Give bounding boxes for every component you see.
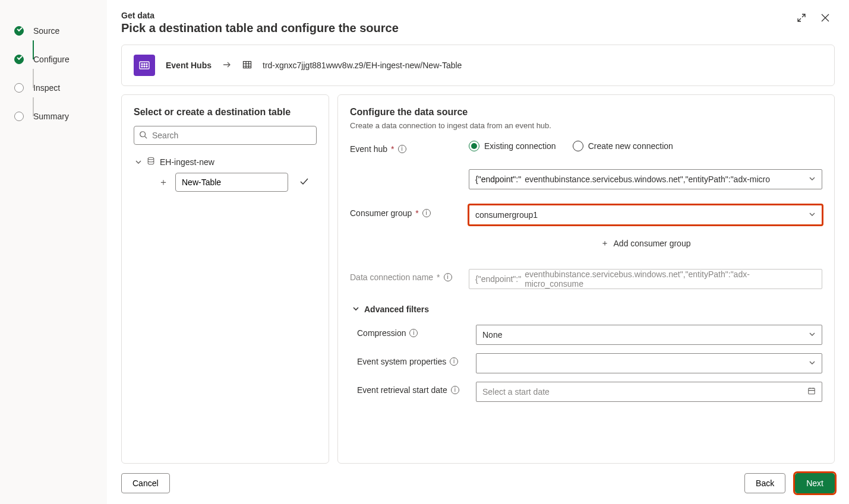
page-pretitle: Get data (121, 11, 835, 20)
breadcrumb-path: trd-xgnxc7jjgt881wwv8w.z9/EH-ingest-new/… (263, 61, 462, 70)
start-date-label: Event retrieval start date i (357, 382, 476, 395)
info-icon[interactable]: i (398, 145, 406, 153)
system-properties-label: Event system properties i (357, 353, 476, 366)
breadcrumb: Event Hubs trd-xgnxc7jjgt881wwv8w.z9/EH-… (121, 45, 835, 86)
wizard-steps: Source Configure Inspect Summary (0, 0, 107, 504)
radio-unchecked-icon (573, 141, 583, 151)
info-icon[interactable]: i (450, 357, 458, 366)
svg-point-2 (144, 64, 145, 65)
svg-point-3 (146, 64, 147, 65)
panel-title: Select or create a destination table (134, 107, 317, 118)
radio-create-connection[interactable]: Create new connection (573, 141, 673, 151)
data-connection-name-label: Data connection name * i (350, 269, 469, 282)
configure-source-panel: Configure the data source Create a data … (337, 94, 835, 464)
svg-point-5 (144, 66, 145, 67)
chevron-down-icon (809, 330, 816, 340)
add-consumer-group-button[interactable]: ＋ Add consumer group (469, 238, 822, 249)
new-table-row: ＋ (134, 169, 317, 195)
info-icon[interactable]: i (451, 386, 459, 394)
system-properties-select[interactable] (476, 353, 822, 373)
info-icon[interactable]: i (444, 273, 452, 281)
compression-label: Compression i (357, 325, 476, 338)
radio-existing-connection[interactable]: Existing connection (469, 141, 556, 151)
page-title: Pick a destination table and configure t… (121, 21, 835, 35)
destination-table-panel: Select or create a destination table EH-… (121, 94, 329, 464)
panel-subtitle: Create a data connection to ingest data … (350, 121, 822, 130)
svg-point-6 (146, 66, 147, 67)
close-icon[interactable] (820, 13, 830, 24)
event-hubs-icon (134, 55, 155, 76)
plus-icon[interactable]: ＋ (159, 176, 168, 189)
cancel-button[interactable]: Cancel (121, 473, 170, 493)
chevron-down-icon (352, 305, 359, 314)
event-hub-connection-select[interactable]: {"endpoint":" eventhubinstance.servicebu… (469, 169, 822, 189)
wizard-footer: Cancel Back Next (121, 464, 835, 504)
data-connection-name-input[interactable]: {"endpoint":" eventhubinstance.servicebu… (469, 269, 822, 289)
start-date-input[interactable]: Select a start date (476, 382, 822, 402)
step-label: Inspect (33, 83, 60, 93)
breadcrumb-source: Event Hubs (166, 61, 212, 70)
database-name: EH-ingest-new (160, 157, 214, 167)
svg-point-4 (141, 66, 143, 67)
new-table-input[interactable] (175, 173, 288, 192)
info-icon[interactable]: i (409, 329, 418, 337)
step-label: Source (33, 26, 59, 36)
database-tree-item[interactable]: EH-ingest-new (134, 154, 317, 169)
plus-icon: ＋ (601, 238, 609, 249)
search-input[interactable] (134, 126, 317, 145)
chevron-down-icon (809, 359, 816, 368)
step-source[interactable]: Source (14, 17, 107, 45)
consumer-group-label: Consumer group * i (350, 205, 469, 218)
consumer-group-select[interactable]: consumergroup1 (469, 205, 822, 225)
search-field[interactable] (151, 130, 311, 141)
step-inspect[interactable]: Inspect (14, 74, 107, 102)
panel-title: Configure the data source (350, 107, 822, 118)
step-configure[interactable]: Configure (14, 45, 107, 74)
chevron-down-icon (809, 210, 816, 220)
expand-icon[interactable] (797, 13, 806, 24)
compression-select[interactable]: None (476, 325, 822, 345)
chevron-down-icon (809, 175, 816, 184)
step-dot-active-icon (14, 55, 24, 64)
step-dot-todo-icon (14, 112, 24, 121)
next-button[interactable]: Next (795, 473, 835, 493)
svg-point-9 (148, 157, 154, 160)
svg-rect-7 (244, 61, 251, 68)
search-icon (139, 131, 147, 141)
info-icon[interactable]: i (422, 209, 431, 217)
svg-point-1 (141, 64, 143, 65)
radio-checked-icon (469, 141, 479, 151)
advanced-filters-toggle[interactable]: Advanced filters (352, 305, 822, 314)
chevron-down-icon[interactable] (135, 157, 142, 167)
database-icon (147, 157, 155, 167)
calendar-icon (807, 387, 816, 397)
svg-rect-10 (809, 388, 815, 394)
step-label: Configure (33, 55, 70, 64)
step-summary[interactable]: Summary (14, 102, 107, 131)
table-icon (242, 60, 252, 71)
step-dot-todo-icon (14, 83, 24, 93)
step-label: Summary (33, 112, 69, 121)
main-content: Get data Pick a destination table and co… (107, 0, 849, 504)
confirm-check-icon[interactable] (299, 176, 310, 189)
back-button[interactable]: Back (744, 473, 785, 493)
svg-rect-0 (140, 62, 149, 69)
event-hub-label: Event hub * i (350, 141, 469, 154)
step-dot-done-icon (14, 26, 24, 36)
arrow-right-icon (222, 60, 232, 71)
svg-point-8 (140, 131, 146, 137)
